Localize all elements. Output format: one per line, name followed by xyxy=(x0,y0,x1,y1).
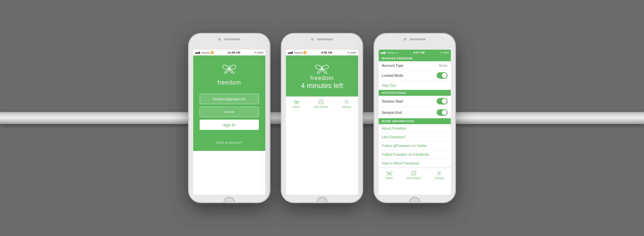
phone3-signout-row[interactable]: Sign Out xyxy=(379,81,451,90)
phone3-tab-startblock[interactable]: Start a Block xyxy=(406,170,421,180)
phone1-login-screen: freedom sign in Need an account? xyxy=(193,55,265,151)
phone3-account-type-label: Account Type xyxy=(382,64,403,67)
phone3-how-to-block-row[interactable]: How to Block Facebook xyxy=(379,159,451,168)
phone1-bluetooth-icon: ✦ xyxy=(254,51,256,54)
phone2-time: 9:58 AM xyxy=(321,51,332,54)
phone1-email-input[interactable] xyxy=(200,94,259,104)
phone3-tab-settings-icon xyxy=(436,170,442,176)
phone1-camera xyxy=(218,38,221,41)
phone3-locked-mode-label: Locked Mode xyxy=(382,74,403,77)
signal-dot-3 xyxy=(383,52,384,54)
phone3-signal xyxy=(381,52,385,54)
phone2-timer-container: 4 minutes left xyxy=(301,82,343,90)
svg-point-11 xyxy=(439,172,440,174)
phone3-session-end-toggle[interactable] xyxy=(437,109,448,116)
signal-dot-4 xyxy=(199,52,200,54)
phone3-section-more-info: MORE INFORMATION xyxy=(379,118,451,124)
phone3-tab-startblock-label: Start a Block xyxy=(406,177,421,180)
phone2-status-right: ✦ 100% xyxy=(347,51,356,54)
phone2-status-screen: freedom 4 minutes left xyxy=(286,55,358,96)
phone3-tab-settings[interactable]: Settings xyxy=(435,170,444,180)
phone-1: Verizon 📶 11:06 AM ✦ 100% xyxy=(189,34,269,202)
phone3-section-manage: MANAGE FREEDOM xyxy=(379,55,451,61)
signal-dot-3 xyxy=(290,52,291,54)
phone2-minutes-left: 4 minutes left xyxy=(301,82,343,90)
phone3-speaker xyxy=(410,38,426,40)
phone3-session-start-toggle[interactable] xyxy=(437,98,448,104)
phone2-speaker xyxy=(317,38,333,40)
phone2-signal xyxy=(288,52,293,54)
phone3-facebook-label: Follow Freedom on Facebook xyxy=(382,152,429,156)
svg-line-6 xyxy=(321,102,322,103)
phone1-signal xyxy=(195,52,200,54)
phone3-wifi-icon: ▲ xyxy=(396,52,398,54)
phone3-screen: Verizon ▲ 9:57 AM ✦ 100% MANAGE FREEDOM … xyxy=(379,50,451,195)
phone2-butterfly-logo xyxy=(314,62,330,75)
signal-dot-3 xyxy=(198,52,199,54)
phone3-camera xyxy=(404,38,406,41)
phone3-locked-mode-row: Locked Mode xyxy=(379,70,451,81)
signal-dot-1 xyxy=(381,53,382,54)
phone2-bluetooth-icon: ✦ xyxy=(347,51,349,54)
phone2-tab-settings[interactable]: Settings xyxy=(342,99,351,108)
phone2-camera xyxy=(311,38,314,41)
phone2-tab-bar: Status Start a Block Settings xyxy=(286,96,358,111)
phone3-status-right: ✦ 100% xyxy=(440,51,449,54)
phone3-facebook-row[interactable]: Follow Freedom on Facebook xyxy=(379,150,451,159)
phone3-about-freedom-label: About Freedom xyxy=(382,126,406,130)
phone1-wifi-icon: 📶 xyxy=(211,51,214,54)
phone3-tab-clock-icon xyxy=(411,170,417,176)
phone1-status-left: Verizon 📶 xyxy=(195,51,214,54)
phone3-settings-scroll: MANAGE FREEDOM Account Type Basic Locked… xyxy=(379,55,451,168)
phone3-session-start-label: Session Start xyxy=(382,99,403,103)
signal-dot-2 xyxy=(382,52,383,54)
phone2-tab-startblock-label: Start a Block xyxy=(314,105,328,108)
phone2-tab-status-label: Status xyxy=(293,105,300,108)
phone2-status-bar: Verizon 📶 9:58 AM ✦ 100% xyxy=(286,50,358,55)
phone1-top xyxy=(218,38,240,41)
phone2-top xyxy=(311,38,333,41)
phone3-session-end-row: Session End xyxy=(379,107,451,118)
phone3-twitter-row[interactable]: Follow @Freedom on Twitter xyxy=(379,142,451,150)
phone3-locked-mode-toggle[interactable] xyxy=(437,72,448,79)
phone3-tab-status[interactable]: Status xyxy=(385,170,393,180)
phone3-account-type-value: Basic xyxy=(439,64,448,67)
phone2-tab-settings-icon xyxy=(344,99,349,105)
phone3-tab-status-label: Status xyxy=(385,177,393,180)
phone2-battery: 100% xyxy=(350,51,356,54)
phone1-butterfly-logo xyxy=(221,62,237,75)
phone1-status-right: ✦ 100% xyxy=(254,51,263,54)
phone1-password-input[interactable] xyxy=(200,107,259,117)
phone3-tab-bar: Status Start a Block xyxy=(379,168,451,182)
signal-dot-4 xyxy=(292,52,293,54)
phone3-status-left: Verizon ▲ xyxy=(381,51,398,54)
phone2-tab-status[interactable]: Status xyxy=(293,99,300,108)
phone2-tab-status-icon xyxy=(293,99,300,105)
phone3-settings-screen: MANAGE FREEDOM Account Type Basic Locked… xyxy=(379,55,451,182)
phone2-app-name: freedom xyxy=(310,75,334,82)
phone3-about-freedom-row[interactable]: About Freedom xyxy=(379,124,451,133)
phone1-need-account[interactable]: Need an account? xyxy=(216,141,242,144)
signal-dot-1 xyxy=(195,53,196,54)
svg-line-10 xyxy=(414,173,414,174)
phone3-section-notifications: NOTIFICATIONS xyxy=(379,90,451,96)
phone1-carrier: Verizon xyxy=(201,51,210,54)
phone3-like-freedom-label: Like Freedom? xyxy=(382,135,405,139)
phone3-time: 9:57 AM xyxy=(413,51,424,54)
phone3-twitter-label: Follow @Freedom on Twitter xyxy=(382,144,427,148)
phone2-wifi-icon: 📶 xyxy=(303,51,307,54)
phone3-tab-status-icon xyxy=(386,170,393,176)
phone1-home-button[interactable] xyxy=(223,197,235,202)
phone1-signin-button[interactable]: sign in xyxy=(200,120,259,130)
phone3-home-button[interactable] xyxy=(409,197,421,202)
phones-container: Verizon 📶 11:06 AM ✦ 100% xyxy=(189,34,455,202)
signal-dot-2 xyxy=(289,52,290,54)
phone2-home-button[interactable] xyxy=(316,197,328,202)
phone3-how-to-block-label: How to Block Facebook xyxy=(382,161,419,165)
phone3-like-freedom-row[interactable]: Like Freedom? xyxy=(379,133,451,142)
phone2-tab-startblock[interactable]: Start a Block xyxy=(314,99,328,108)
signal-dot-2 xyxy=(196,52,197,54)
svg-point-7 xyxy=(346,101,347,103)
phone1-status-bar: Verizon 📶 11:06 AM ✦ 100% xyxy=(193,50,265,55)
phone3-signout-label: Sign Out xyxy=(382,84,396,87)
